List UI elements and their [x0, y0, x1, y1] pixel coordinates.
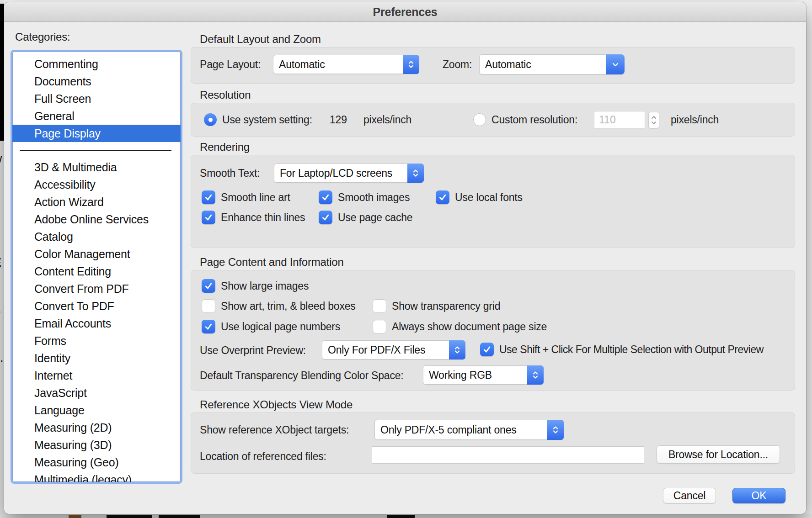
background-text-fragment: w [0, 152, 4, 166]
background-dark-page [0, 4, 4, 141]
category-item-full-screen[interactable]: Full Screen [12, 90, 181, 107]
chevron-updown-icon [527, 365, 544, 385]
category-item-documents[interactable]: Documents [12, 73, 181, 90]
ok-button[interactable]: OK [732, 488, 785, 503]
system-setting-label: Use system setting: [222, 114, 312, 126]
checkbox-checked-icon [319, 211, 332, 224]
referenced-files-location-input[interactable] [372, 446, 644, 464]
smooth-text-value: For Laptop/LCD screens [274, 167, 407, 180]
smooth-text-label: Smooth Text: [200, 167, 260, 180]
background-rule [107, 515, 152, 518]
custom-resolution-unit: pixels/inch [671, 113, 719, 126]
chevron-updown-icon [547, 420, 564, 440]
category-item-commenting[interactable]: Commenting [12, 55, 181, 73]
checkbox-checked-icon [436, 190, 449, 204]
browse-for-location-button[interactable]: Browse for Location... [657, 445, 780, 464]
section-header-layout-zoom: Default Layout and Zoom [200, 32, 321, 46]
zoom-label: Zoom: [443, 58, 472, 71]
xobject-targets-label: Show reference XObject targets: [200, 423, 349, 436]
zoom-combo[interactable]: Automatic [479, 54, 625, 74]
chevron-updown-icon [449, 340, 465, 359]
category-item-adobe-online-services[interactable]: Adobe Online Services [12, 211, 181, 228]
xobject-targets-select[interactable]: Only PDF/X-5 compliant ones [374, 420, 564, 440]
background-rule [69, 515, 81, 518]
category-item-internet[interactable]: Internet [12, 367, 181, 384]
checkbox-smooth-images[interactable]: Smooth images [319, 190, 410, 204]
checkbox-smooth-line-art[interactable]: Smooth line art [202, 190, 290, 204]
checkbox-use-logical-page-numbers[interactable]: Use logical page numbers [202, 320, 340, 333]
category-item-multimedia-legacy[interactable]: Multimedia (legacy) [12, 471, 181, 484]
screen: w s i E n • e e. it Preferences Categori… [0, 0, 812, 518]
background-text-fragment: it [0, 361, 4, 375]
category-item-identity[interactable]: Identity [12, 349, 181, 367]
category-item-measuring-2d[interactable]: Measuring (2D) [12, 419, 181, 436]
checkbox-shift-click-output-preview[interactable]: Use Shift + Click For Multiple Selection… [480, 343, 764, 356]
dialog-title: Preferences [373, 5, 438, 19]
checkbox-use-local-fonts[interactable]: Use local fonts [436, 190, 523, 204]
overprint-preview-value: Only For PDF/X Files [322, 344, 449, 356]
checkbox-checked-icon [319, 190, 332, 204]
checkbox-show-art-trim-bleed[interactable]: Show art, trim, & bleed boxes [202, 299, 356, 313]
category-item-action-wizard[interactable]: Action Wizard [12, 193, 181, 211]
category-divider [20, 150, 171, 151]
blend-color-space-value: Working RGB [423, 369, 527, 381]
checkbox-checked-icon [480, 343, 494, 356]
category-item-general[interactable]: General [12, 107, 181, 125]
checkbox-enhance-thin-lines[interactable]: Enhance thin lines [202, 211, 305, 224]
category-item-measuring-3d[interactable]: Measuring (3D) [12, 436, 181, 454]
background-text-fragment: i [0, 178, 4, 193]
custom-resolution-label: Custom resolution: [491, 114, 577, 126]
category-item-convert-to-pdf[interactable]: Convert To PDF [12, 297, 181, 315]
chevron-updown-icon [403, 55, 419, 74]
checkbox-always-show-page-size[interactable]: Always show document page size [373, 320, 547, 333]
category-item-accessibility[interactable]: Accessibility [12, 176, 181, 193]
cancel-button[interactable]: Cancel [663, 488, 716, 503]
preferences-dialog: Preferences Categories: Commenting Docum… [4, 2, 806, 514]
radio-custom-resolution[interactable]: Custom resolution: [473, 113, 577, 126]
dialog-titlebar[interactable]: Preferences [4, 2, 806, 22]
section-header-xobjects: Reference XObjects View Mode [200, 398, 353, 412]
system-resolution-unit: pixels/inch [363, 113, 411, 126]
checkbox-show-transparency-grid[interactable]: Show transparency grid [373, 299, 500, 313]
chevron-updown-icon [407, 164, 424, 183]
background-rule [159, 515, 200, 518]
category-item-3d-multimedia[interactable]: 3D & Multimedia [12, 159, 181, 176]
category-item-javascript[interactable]: JavaScript [12, 384, 181, 402]
checkbox-unchecked-icon [373, 299, 386, 313]
categories-list[interactable]: Commenting Documents Full Screen General… [11, 50, 182, 484]
custom-resolution-input[interactable] [594, 111, 645, 128]
radio-use-system-setting[interactable]: Use system setting: [204, 113, 312, 126]
chevron-down-icon [606, 54, 625, 74]
xobject-targets-value: Only PDF/X-5 compliant ones [375, 424, 547, 436]
category-item-convert-from-pdf[interactable]: Convert From PDF [12, 280, 181, 297]
checkbox-checked-icon [202, 320, 215, 333]
category-item-language[interactable]: Language [12, 402, 181, 419]
checkbox-unchecked-icon [373, 320, 386, 333]
categories-label: Categories: [15, 31, 70, 43]
checkbox-checked-icon [202, 190, 215, 204]
radio-selected-icon [204, 113, 217, 126]
radio-unselected-icon [473, 113, 486, 126]
category-item-content-editing[interactable]: Content Editing [12, 263, 181, 280]
blend-color-space-select[interactable]: Working RGB [423, 365, 544, 385]
checkbox-show-large-images[interactable]: Show large images [202, 279, 309, 293]
background-text-fragment: n [0, 284, 4, 299]
category-item-forms[interactable]: Forms [12, 332, 181, 349]
checkbox-unchecked-icon [202, 299, 215, 313]
overprint-preview-select[interactable]: Only For PDF/X Files [322, 340, 465, 359]
checkbox-checked-icon [202, 279, 215, 293]
section-header-resolution: Resolution [200, 88, 251, 102]
page-layout-select[interactable]: Automatic [273, 55, 419, 74]
referenced-files-location-label: Location of referenced files: [200, 450, 326, 463]
category-item-page-display-selected[interactable]: Page Display [12, 125, 181, 142]
checkbox-use-page-cache[interactable]: Use page cache [319, 211, 412, 224]
category-item-email-accounts[interactable]: Email Accounts [12, 315, 181, 332]
category-item-measuring-geo[interactable]: Measuring (Geo) [12, 454, 181, 471]
category-item-color-management[interactable]: Color Management [12, 245, 181, 263]
page-layout-label: Page Layout: [200, 58, 261, 71]
custom-resolution-stepper[interactable] [648, 112, 659, 128]
smooth-text-select[interactable]: For Laptop/LCD screens [274, 164, 424, 183]
background-text-fragment: e [0, 317, 4, 332]
system-resolution-value: 129 [330, 113, 347, 126]
category-item-catalog[interactable]: Catalog [12, 228, 181, 245]
